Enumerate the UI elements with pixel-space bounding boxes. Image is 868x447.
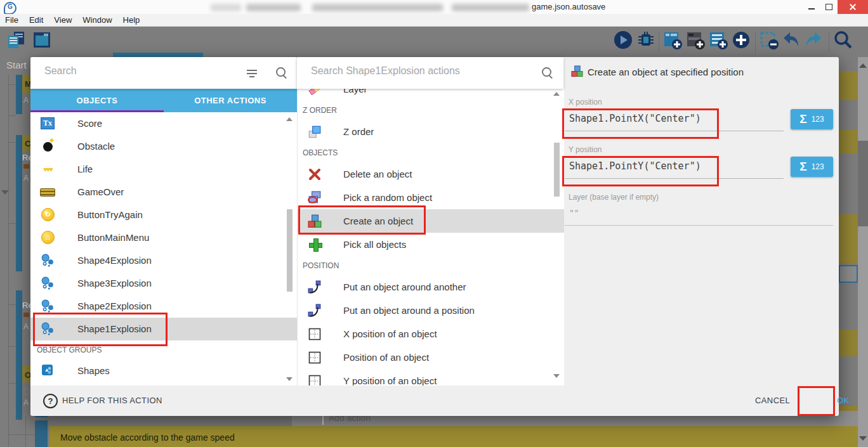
menubar: File Edit View Window Help: [0, 14, 868, 27]
y-position-value[interactable]: Shape1.PointY("Center"): [569, 160, 701, 172]
scene-tab-label: Start: [6, 60, 27, 70]
sigma-icon: Σ: [799, 157, 806, 176]
help-button[interactable]: ? HELP FOR THIS ACTION: [30, 385, 839, 416]
object-item-buttonmainmenu[interactable]: ⌂ ButtonMainMenu: [30, 226, 297, 249]
add-object-icon: [731, 30, 751, 50]
object-list-scrollbar-thumb[interactable]: [287, 209, 293, 292]
tab-objects[interactable]: OBJECTS: [30, 89, 164, 112]
debug-icon: [636, 30, 656, 50]
application-window: Start M A C Re A Re A O A: [0, 0, 868, 447]
object-search-input[interactable]: [43, 65, 236, 77]
active-tab-indicator: [30, 110, 164, 112]
object-list-scroll-down[interactable]: [286, 377, 293, 381]
new-external-events-icon: [685, 30, 706, 50]
x-position-value[interactable]: Shape1.PointX("Center"): [569, 113, 701, 124]
action-item-y-position[interactable]: Y position of an object: [298, 369, 564, 385]
action-item-put-around-another[interactable]: Put an object around another: [298, 275, 564, 299]
text-object-icon: Tx: [39, 117, 56, 131]
object-list-scroll-up[interactable]: [286, 117, 293, 121]
action-list-scrollbar-thumb[interactable]: [554, 143, 560, 197]
action-item-x-position[interactable]: X position of an object: [298, 322, 564, 346]
y-position-label: Y position: [569, 145, 602, 154]
object-item-shape2explosion[interactable]: Shape2Explosion: [30, 295, 297, 318]
main-scrollbar: [858, 57, 868, 447]
search-toolbar-icon: [833, 30, 853, 50]
redo-icon: [803, 30, 824, 50]
pick-random-object-icon: [306, 190, 323, 205]
object-item-gameover[interactable]: GameOver: [30, 181, 297, 204]
put-around-icon: [306, 303, 323, 318]
action-search-input[interactable]: [310, 65, 528, 77]
object-item-shape4explosion[interactable]: Shape4Explosion: [30, 249, 297, 272]
toolbar-separator: [659, 32, 659, 53]
action-item-create-object[interactable]: Create an object: [298, 209, 564, 233]
bomb-icon: [39, 139, 56, 153]
toolbar-separator: [755, 32, 756, 53]
delete-instance-icon: [759, 30, 779, 50]
main-scrollbar-thumb: [858, 141, 868, 226]
create-object-icon: [306, 214, 323, 229]
blurred-title-text: [246, 4, 301, 11]
action-item-pick-all-objects[interactable]: Pick all objects: [298, 233, 564, 256]
cancel-button[interactable]: CANCEL: [755, 385, 790, 416]
action-list-scroll-down[interactable]: [553, 374, 560, 378]
action-thumbnail-icon: [23, 313, 29, 317]
play-icon: [613, 30, 633, 50]
object-item-obstacle[interactable]: Obstacle: [30, 135, 297, 158]
close-button[interactable]: [838, 0, 868, 14]
action-item-delete-object[interactable]: Delete an object: [298, 162, 564, 186]
blurred-title-text: [312, 4, 443, 11]
home-button-icon: ⌂: [39, 231, 56, 245]
filter-icon[interactable]: [246, 68, 258, 77]
object-groups-header: OBJECT GROUPS: [37, 340, 291, 360]
menu-file[interactable]: File: [5, 15, 18, 25]
menu-view[interactable]: View: [54, 15, 72, 25]
y-position-underline: [565, 178, 784, 179]
menu-help[interactable]: Help: [123, 15, 140, 25]
action-config-panel: Create an object at specified position X…: [563, 57, 839, 385]
blurred-title-text: [211, 4, 241, 11]
x-expression-button[interactable]: Σ 123: [791, 109, 833, 129]
zorder-icon: [306, 124, 323, 139]
titlebar: G game.json.autosave: [0, 0, 868, 14]
selected-field-fragment: [839, 265, 858, 283]
x-position-underline: [565, 131, 784, 131]
action-item-put-around-position[interactable]: Put an object around a position: [298, 299, 564, 322]
action-item-zorder[interactable]: Z order: [298, 120, 564, 143]
open-project-icon: [6, 30, 27, 50]
search-icon[interactable]: [541, 67, 554, 79]
menu-window[interactable]: Window: [82, 15, 112, 25]
object-item-shape1explosion[interactable]: Shape1Explosion: [30, 318, 297, 340]
blurred-title-text: [452, 4, 529, 11]
particles-icon: [39, 322, 56, 336]
layer-value[interactable]: "": [569, 208, 579, 217]
group-item-shapes[interactable]: Shapes: [30, 360, 297, 382]
object-item-shape3explosion[interactable]: Shape3Explosion: [30, 272, 297, 295]
section-header-objects: OBJECTS: [303, 143, 556, 162]
minimize-button[interactable]: [803, 0, 820, 14]
layer-underline: [565, 225, 833, 226]
menu-edit[interactable]: Edit: [29, 15, 43, 25]
action-item-position[interactable]: Position of an object: [298, 346, 564, 369]
tab-other-actions[interactable]: OTHER ACTIONS: [164, 89, 297, 112]
object-item-life[interactable]: ♥♥♥ Life: [30, 158, 297, 181]
action-thumbnail-icon: [23, 164, 29, 169]
pick-all-objects-icon: [306, 237, 323, 252]
object-item-buttontryagain[interactable]: ↻ ButtonTryAgain: [30, 204, 297, 226]
project-manager-icon: [32, 30, 52, 50]
maximize-button[interactable]: [820, 0, 837, 14]
close-icon: [849, 3, 857, 11]
y-expression-button[interactable]: Σ 123: [791, 157, 833, 177]
ok-button[interactable]: OK: [837, 385, 850, 416]
event-comment-text: Move obstacle according to the game spee…: [60, 432, 235, 443]
particles-icon: [39, 276, 56, 290]
object-item-score[interactable]: Tx Score: [30, 112, 297, 135]
gdevelop-logo-icon: G: [4, 2, 16, 15]
sigma-icon: Σ: [799, 110, 806, 129]
search-icon[interactable]: [275, 67, 288, 79]
layer-label: Layer (base layer if empty): [569, 193, 659, 202]
object-search-card: [30, 57, 297, 89]
scroll-down-icon: [859, 436, 867, 441]
action-list-scroll-up[interactable]: [553, 92, 560, 96]
action-item-pick-random-object[interactable]: Pick a random object: [298, 186, 564, 209]
